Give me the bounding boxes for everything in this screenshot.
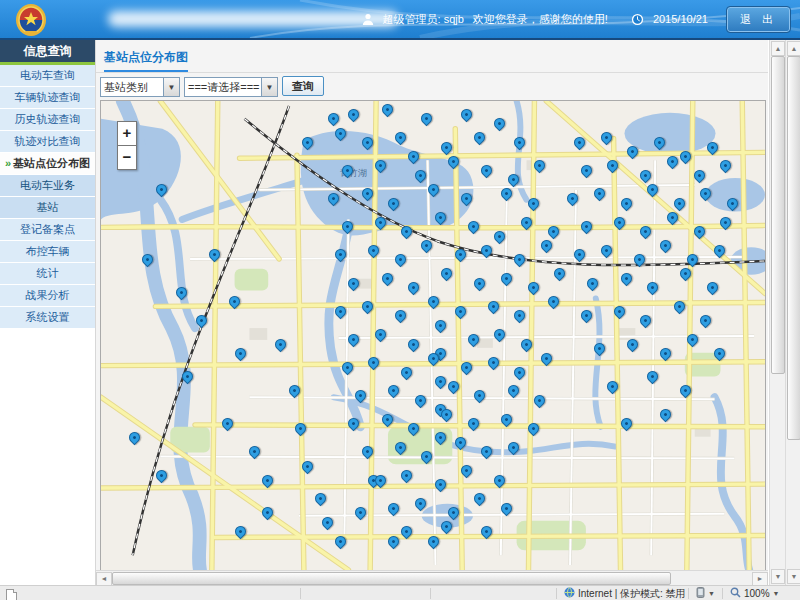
- map-pin[interactable]: [399, 224, 415, 240]
- map-pin[interactable]: [406, 336, 422, 352]
- map-pin[interactable]: [492, 116, 508, 132]
- map-pin[interactable]: [499, 500, 515, 516]
- map-pin[interactable]: [651, 135, 667, 151]
- map-pin[interactable]: [512, 308, 528, 324]
- map-pin[interactable]: [452, 303, 468, 319]
- sidebar-item[interactable]: 基站: [0, 197, 95, 219]
- map-pin[interactable]: [698, 186, 714, 202]
- map-pin[interactable]: [127, 430, 143, 446]
- map-pin[interactable]: [705, 139, 721, 155]
- map-pin[interactable]: [519, 214, 535, 230]
- map-pin[interactable]: [605, 378, 621, 394]
- map-pin[interactable]: [260, 472, 276, 488]
- map-pin[interactable]: [598, 130, 614, 146]
- map-pin[interactable]: [446, 153, 462, 169]
- map-pin[interactable]: [366, 242, 382, 258]
- map-pin[interactable]: [552, 266, 568, 282]
- map-pin[interactable]: [718, 214, 734, 230]
- map-pin[interactable]: [545, 224, 561, 240]
- map-pin[interactable]: [472, 388, 488, 404]
- map-pin[interactable]: [725, 196, 741, 212]
- zoom-in-button[interactable]: +: [117, 121, 137, 146]
- vertical-scroll-thumb[interactable]: [771, 56, 785, 374]
- map-pin[interactable]: [373, 158, 389, 174]
- map-pin[interactable]: [406, 280, 422, 296]
- map-pin[interactable]: [393, 130, 409, 146]
- map-pin[interactable]: [233, 524, 249, 540]
- map-pin[interactable]: [459, 463, 475, 479]
- map-pin[interactable]: [459, 191, 475, 207]
- map-pin[interactable]: [439, 266, 455, 282]
- map-pin[interactable]: [399, 364, 415, 380]
- map-pin[interactable]: [353, 505, 369, 521]
- horizontal-scrollbar[interactable]: ◄ ►: [96, 570, 768, 585]
- map-pin[interactable]: [505, 383, 521, 399]
- map-pin[interactable]: [539, 350, 555, 366]
- map-pin[interactable]: [711, 346, 727, 362]
- map-pin[interactable]: [333, 533, 349, 549]
- map-pin[interactable]: [638, 167, 654, 183]
- map-pin[interactable]: [572, 135, 588, 151]
- map-pin[interactable]: [300, 458, 316, 474]
- map-pin[interactable]: [246, 444, 262, 460]
- map-pin[interactable]: [632, 252, 648, 268]
- map-pin[interactable]: [439, 519, 455, 535]
- map-pin[interactable]: [519, 336, 535, 352]
- area-select[interactable]: ===请选择=== ▼: [184, 77, 278, 97]
- map-pin[interactable]: [479, 524, 495, 540]
- browser-vertical-scrollbar[interactable]: ▲ ▼: [785, 40, 800, 585]
- tab-base-station-map[interactable]: 基站点位分布图: [104, 49, 188, 72]
- map-pin[interactable]: [366, 355, 382, 371]
- map-pin[interactable]: [492, 472, 508, 488]
- map-pin[interactable]: [399, 468, 415, 484]
- map-pin[interactable]: [412, 167, 428, 183]
- map-pin[interactable]: [512, 135, 528, 151]
- presentation-mode-control[interactable]: ▼: [696, 586, 715, 600]
- map-pin[interactable]: [678, 383, 694, 399]
- map-pin[interactable]: [432, 430, 448, 446]
- query-button[interactable]: 查询: [282, 76, 324, 96]
- map-pin[interactable]: [711, 242, 727, 258]
- map-pin[interactable]: [426, 533, 442, 549]
- map-pin[interactable]: [638, 313, 654, 329]
- sidebar-item[interactable]: 电动车业务: [0, 175, 95, 197]
- inner-vertical-scrollbar[interactable]: ▲ ▼: [769, 40, 785, 585]
- map-pin[interactable]: [339, 360, 355, 376]
- map-canvas[interactable]: 青竹湖 + −: [100, 100, 766, 571]
- map-pin[interactable]: [399, 524, 415, 540]
- map-pin[interactable]: [153, 182, 169, 198]
- map-pin[interactable]: [678, 266, 694, 282]
- map-pin[interactable]: [466, 416, 482, 432]
- zoom-out-button[interactable]: −: [117, 146, 137, 170]
- map-pin[interactable]: [140, 252, 156, 268]
- map-pin[interactable]: [691, 167, 707, 183]
- map-pin[interactable]: [220, 416, 236, 432]
- map-pin[interactable]: [432, 477, 448, 493]
- map-pin[interactable]: [393, 252, 409, 268]
- map-pin[interactable]: [459, 360, 475, 376]
- map-pin[interactable]: [678, 149, 694, 165]
- map-pin[interactable]: [373, 214, 389, 230]
- map-pin[interactable]: [412, 496, 428, 512]
- map-pin[interactable]: [545, 294, 561, 310]
- map-pin[interactable]: [625, 144, 641, 160]
- map-pin[interactable]: [512, 252, 528, 268]
- map-pin[interactable]: [227, 294, 243, 310]
- map-pin[interactable]: [359, 135, 375, 151]
- map-pin[interactable]: [319, 515, 335, 531]
- sidebar-item[interactable]: 历史轨迹查询: [0, 109, 95, 131]
- map-pin[interactable]: [671, 196, 687, 212]
- map-pin[interactable]: [193, 313, 209, 329]
- map-pin[interactable]: [419, 238, 435, 254]
- map-pin[interactable]: [612, 303, 628, 319]
- sidebar-item[interactable]: 轨迹对比查询: [0, 131, 95, 153]
- scroll-up-icon[interactable]: ▲: [787, 41, 800, 56]
- category-select[interactable]: 基站类别 ▼: [100, 77, 180, 97]
- map-pin[interactable]: [286, 383, 302, 399]
- map-pin[interactable]: [485, 299, 501, 315]
- map-pin[interactable]: [293, 421, 309, 437]
- map-pin[interactable]: [379, 411, 395, 427]
- scroll-left-icon[interactable]: ◄: [96, 572, 112, 586]
- map-pin[interactable]: [658, 407, 674, 423]
- map-pin[interactable]: [645, 182, 661, 198]
